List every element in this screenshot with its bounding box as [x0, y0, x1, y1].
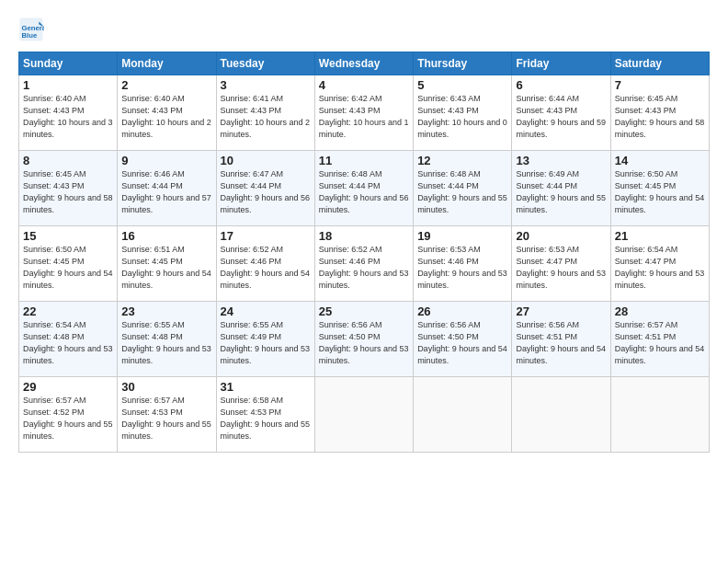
- page: General Blue SundayMondayTuesdayWednesda…: [0, 0, 728, 563]
- day-info: Sunrise: 6:48 AMSunset: 4:44 PMDaylight:…: [319, 169, 409, 214]
- day-info: Sunrise: 6:47 AMSunset: 4:44 PMDaylight:…: [221, 169, 311, 214]
- day-cell: 28 Sunrise: 6:57 AMSunset: 4:51 PMDaylig…: [610, 302, 709, 377]
- day-info: Sunrise: 6:53 AMSunset: 4:46 PMDaylight:…: [417, 245, 507, 290]
- header-cell-wednesday: Wednesday: [314, 52, 413, 75]
- day-cell: 27 Sunrise: 6:56 AMSunset: 4:51 PMDaylig…: [512, 302, 610, 377]
- day-info: Sunrise: 6:57 AMSunset: 4:52 PMDaylight:…: [23, 396, 113, 441]
- logo: General Blue: [18, 17, 48, 42]
- logo-icon: General Blue: [18, 17, 44, 42]
- day-info: Sunrise: 6:55 AMSunset: 4:49 PMDaylight:…: [221, 320, 311, 365]
- day-info: Sunrise: 6:55 AMSunset: 4:48 PMDaylight:…: [121, 320, 211, 365]
- day-info: Sunrise: 6:52 AMSunset: 4:46 PMDaylight:…: [319, 245, 409, 290]
- week-row-4: 22 Sunrise: 6:54 AMSunset: 4:48 PMDaylig…: [19, 302, 710, 377]
- day-cell: [610, 377, 709, 453]
- day-cell: 2 Sunrise: 6:40 AMSunset: 4:43 PMDayligh…: [118, 75, 216, 151]
- day-info: Sunrise: 6:58 AMSunset: 4:53 PMDaylight:…: [221, 396, 311, 441]
- day-number: 7: [615, 78, 705, 92]
- day-info: Sunrise: 6:40 AMSunset: 4:43 PMDaylight:…: [23, 94, 113, 139]
- day-cell: 5 Sunrise: 6:43 AMSunset: 4:43 PMDayligh…: [414, 75, 512, 151]
- header: General Blue: [18, 17, 710, 42]
- day-number: 17: [221, 229, 311, 243]
- day-number: 6: [516, 78, 606, 92]
- day-cell: 3 Sunrise: 6:41 AMSunset: 4:43 PMDayligh…: [216, 75, 314, 151]
- calendar-table: SundayMondayTuesdayWednesdayThursdayFrid…: [18, 52, 710, 453]
- day-number: 24: [221, 304, 311, 318]
- day-info: Sunrise: 6:45 AMSunset: 4:43 PMDaylight:…: [23, 169, 113, 214]
- header-row: SundayMondayTuesdayWednesdayThursdayFrid…: [19, 52, 710, 75]
- day-info: Sunrise: 6:50 AMSunset: 4:45 PMDaylight:…: [23, 245, 113, 290]
- day-cell: 14 Sunrise: 6:50 AMSunset: 4:45 PMDaylig…: [610, 151, 709, 226]
- day-info: Sunrise: 6:54 AMSunset: 4:47 PMDaylight:…: [615, 245, 705, 290]
- day-cell: 1 Sunrise: 6:40 AMSunset: 4:43 PMDayligh…: [19, 75, 118, 151]
- day-cell: 29 Sunrise: 6:57 AMSunset: 4:52 PMDaylig…: [19, 377, 118, 453]
- day-number: 8: [23, 154, 113, 167]
- day-number: 30: [121, 380, 211, 394]
- day-cell: 6 Sunrise: 6:44 AMSunset: 4:43 PMDayligh…: [512, 75, 610, 151]
- svg-text:Blue: Blue: [22, 31, 38, 40]
- day-info: Sunrise: 6:44 AMSunset: 4:43 PMDaylight:…: [516, 94, 606, 139]
- day-info: Sunrise: 6:41 AMSunset: 4:43 PMDaylight:…: [221, 94, 311, 139]
- calendar-header: SundayMondayTuesdayWednesdayThursdayFrid…: [19, 52, 710, 75]
- day-cell: 7 Sunrise: 6:45 AMSunset: 4:43 PMDayligh…: [610, 75, 709, 151]
- day-cell: 23 Sunrise: 6:55 AMSunset: 4:48 PMDaylig…: [118, 302, 216, 377]
- day-cell: 18 Sunrise: 6:52 AMSunset: 4:46 PMDaylig…: [314, 226, 413, 302]
- day-cell: 4 Sunrise: 6:42 AMSunset: 4:43 PMDayligh…: [314, 75, 413, 151]
- day-info: Sunrise: 6:52 AMSunset: 4:46 PMDaylight:…: [221, 245, 311, 290]
- day-cell: [314, 377, 413, 453]
- day-cell: 30 Sunrise: 6:57 AMSunset: 4:53 PMDaylig…: [118, 377, 216, 453]
- day-cell: 15 Sunrise: 6:50 AMSunset: 4:45 PMDaylig…: [19, 226, 118, 302]
- day-info: Sunrise: 6:45 AMSunset: 4:43 PMDaylight:…: [615, 94, 705, 139]
- day-number: 31: [221, 380, 311, 394]
- day-number: 27: [516, 304, 606, 318]
- day-number: 11: [319, 154, 409, 167]
- day-info: Sunrise: 6:50 AMSunset: 4:45 PMDaylight:…: [615, 169, 705, 214]
- day-number: 16: [121, 229, 211, 243]
- day-cell: 10 Sunrise: 6:47 AMSunset: 4:44 PMDaylig…: [216, 151, 314, 226]
- day-info: Sunrise: 6:51 AMSunset: 4:45 PMDaylight:…: [121, 245, 211, 290]
- header-cell-saturday: Saturday: [610, 52, 709, 75]
- day-number: 14: [615, 154, 705, 167]
- day-cell: 8 Sunrise: 6:45 AMSunset: 4:43 PMDayligh…: [19, 151, 118, 226]
- day-number: 3: [221, 78, 311, 92]
- calendar-body: 1 Sunrise: 6:40 AMSunset: 4:43 PMDayligh…: [19, 75, 710, 453]
- day-number: 10: [221, 154, 311, 167]
- day-info: Sunrise: 6:56 AMSunset: 4:50 PMDaylight:…: [319, 320, 409, 365]
- day-number: 26: [417, 304, 507, 318]
- day-info: Sunrise: 6:56 AMSunset: 4:51 PMDaylight:…: [516, 320, 606, 365]
- day-info: Sunrise: 6:54 AMSunset: 4:48 PMDaylight:…: [23, 320, 113, 365]
- day-number: 5: [417, 78, 507, 92]
- day-info: Sunrise: 6:46 AMSunset: 4:44 PMDaylight:…: [121, 169, 211, 214]
- header-cell-monday: Monday: [118, 52, 216, 75]
- day-cell: 20 Sunrise: 6:53 AMSunset: 4:47 PMDaylig…: [512, 226, 610, 302]
- day-cell: 22 Sunrise: 6:54 AMSunset: 4:48 PMDaylig…: [19, 302, 118, 377]
- day-number: 12: [417, 154, 507, 167]
- day-cell: 31 Sunrise: 6:58 AMSunset: 4:53 PMDaylig…: [216, 377, 314, 453]
- day-info: Sunrise: 6:40 AMSunset: 4:43 PMDaylight:…: [121, 94, 211, 139]
- day-cell: 12 Sunrise: 6:48 AMSunset: 4:44 PMDaylig…: [414, 151, 512, 226]
- day-number: 4: [319, 78, 409, 92]
- day-info: Sunrise: 6:48 AMSunset: 4:44 PMDaylight:…: [417, 169, 507, 214]
- day-number: 9: [121, 154, 211, 167]
- day-number: 2: [121, 78, 211, 92]
- header-cell-sunday: Sunday: [19, 52, 118, 75]
- day-number: 28: [615, 304, 705, 318]
- day-info: Sunrise: 6:57 AMSunset: 4:53 PMDaylight:…: [121, 396, 211, 441]
- day-cell: 24 Sunrise: 6:55 AMSunset: 4:49 PMDaylig…: [216, 302, 314, 377]
- day-info: Sunrise: 6:56 AMSunset: 4:50 PMDaylight:…: [417, 320, 507, 365]
- header-cell-thursday: Thursday: [414, 52, 512, 75]
- day-cell: 16 Sunrise: 6:51 AMSunset: 4:45 PMDaylig…: [118, 226, 216, 302]
- day-cell: 9 Sunrise: 6:46 AMSunset: 4:44 PMDayligh…: [118, 151, 216, 226]
- day-info: Sunrise: 6:57 AMSunset: 4:51 PMDaylight:…: [615, 320, 705, 365]
- day-cell: 21 Sunrise: 6:54 AMSunset: 4:47 PMDaylig…: [610, 226, 709, 302]
- day-cell: 11 Sunrise: 6:48 AMSunset: 4:44 PMDaylig…: [314, 151, 413, 226]
- day-info: Sunrise: 6:49 AMSunset: 4:44 PMDaylight:…: [516, 169, 606, 214]
- header-cell-tuesday: Tuesday: [216, 52, 314, 75]
- day-number: 18: [319, 229, 409, 243]
- day-cell: 13 Sunrise: 6:49 AMSunset: 4:44 PMDaylig…: [512, 151, 610, 226]
- day-cell: [512, 377, 610, 453]
- day-info: Sunrise: 6:42 AMSunset: 4:43 PMDaylight:…: [319, 94, 409, 139]
- day-number: 15: [23, 229, 113, 243]
- day-number: 21: [615, 229, 705, 243]
- day-cell: 19 Sunrise: 6:53 AMSunset: 4:46 PMDaylig…: [414, 226, 512, 302]
- day-info: Sunrise: 6:43 AMSunset: 4:43 PMDaylight:…: [417, 94, 507, 139]
